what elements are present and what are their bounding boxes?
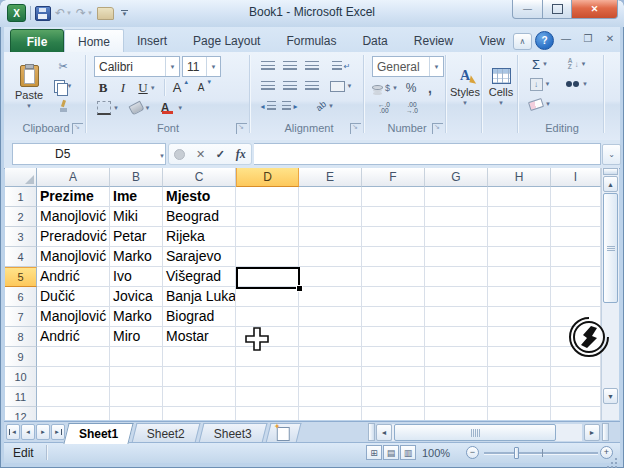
cell-C6[interactable]: Banja Luka: [163, 287, 236, 307]
cell-H9[interactable]: [488, 347, 551, 367]
cell-F10[interactable]: [362, 367, 425, 387]
cell-I11[interactable]: [551, 387, 601, 407]
cell-F4[interactable]: [362, 247, 425, 267]
row-header-4[interactable]: 4: [5, 247, 37, 267]
scroll-left-button[interactable]: ◄: [376, 424, 392, 441]
column-header-A[interactable]: A: [37, 168, 110, 187]
cell-A2[interactable]: Manojlović: [37, 207, 110, 227]
italic-button[interactable]: I: [114, 79, 132, 96]
cell-F12[interactable]: [362, 407, 425, 420]
cell-B1[interactable]: Ime: [110, 187, 163, 207]
resize-grip[interactable]: [615, 458, 617, 460]
cut-button[interactable]: ✂: [50, 58, 76, 74]
tab-home[interactable]: Home: [64, 29, 124, 53]
cell-G6[interactable]: [425, 287, 488, 307]
page-break-view-button[interactable]: ▥: [400, 445, 416, 460]
cell-D10[interactable]: [236, 367, 299, 387]
cell-B11[interactable]: [110, 387, 163, 407]
increase-indent-button[interactable]: ▸: [280, 98, 300, 114]
maximize-button[interactable]: [543, 0, 571, 19]
cell-H7[interactable]: [488, 307, 551, 327]
row-header-6[interactable]: 6: [5, 287, 37, 307]
cell-D11[interactable]: [236, 387, 299, 407]
cell-F9[interactable]: [362, 347, 425, 367]
cell-G12[interactable]: [425, 407, 488, 420]
horizontal-scroll-thumb[interactable]: [394, 424, 556, 441]
cell-H2[interactable]: [488, 207, 551, 227]
font-size-select[interactable]: 11 ▼: [182, 56, 221, 77]
cell-I6[interactable]: [551, 287, 601, 307]
tab-page-layout[interactable]: Page Layout: [180, 29, 273, 52]
cells-button[interactable]: Cells ▼: [486, 56, 516, 118]
cell-E12[interactable]: [299, 407, 362, 420]
cell-F11[interactable]: [362, 387, 425, 407]
last-sheet-button[interactable]: ►: [51, 424, 65, 440]
expand-formula-bar-button[interactable]: ⌄: [602, 144, 621, 165]
name-box-dropdown-icon[interactable]: ▼: [159, 147, 165, 161]
cell-E10[interactable]: [299, 367, 362, 387]
cell-C4[interactable]: Sarajevo: [163, 247, 236, 267]
cell-B12[interactable]: [110, 407, 163, 420]
zoom-slider-track[interactable]: [484, 452, 598, 455]
cell-E9[interactable]: [299, 347, 362, 367]
scroll-right-button[interactable]: ►: [584, 424, 600, 441]
font-dialog-launcher[interactable]: [236, 123, 247, 134]
tab-scroll-split-handle[interactable]: [368, 423, 375, 441]
cell-A8[interactable]: Andrić: [37, 327, 110, 347]
cell-H5[interactable]: [488, 267, 551, 287]
cell-G4[interactable]: [425, 247, 488, 267]
bottom-align-button[interactable]: [302, 58, 322, 74]
wrap-text-button[interactable]: ↵: [328, 58, 354, 74]
cell-H12[interactable]: [488, 407, 551, 420]
cell-F5[interactable]: [362, 267, 425, 287]
column-header-E[interactable]: E: [299, 168, 362, 187]
paste-dropdown-icon[interactable]: ▼: [26, 103, 32, 109]
row-header-9[interactable]: 9: [5, 347, 37, 367]
grow-font-button[interactable]: A▲: [170, 79, 192, 96]
select-all-corner[interactable]: [5, 168, 37, 187]
number-format-select[interactable]: General ▼: [372, 56, 444, 77]
row-header-3[interactable]: 3: [5, 227, 37, 247]
cell-A5[interactable]: Andrić: [37, 267, 110, 287]
fill-color-button[interactable]: ▼: [126, 99, 154, 116]
cell-C1[interactable]: Mjesto: [163, 187, 236, 207]
cell-H3[interactable]: [488, 227, 551, 247]
sheet-tab-sheet3[interactable]: Sheet3: [199, 423, 268, 443]
cell-I2[interactable]: [551, 207, 601, 227]
cell-G2[interactable]: [425, 207, 488, 227]
workbook-close-button[interactable]: ✕: [602, 33, 618, 44]
cell-D1[interactable]: [236, 187, 299, 207]
column-header-B[interactable]: B: [110, 168, 163, 187]
cell-E7[interactable]: [299, 307, 362, 327]
cell-A9[interactable]: [37, 347, 110, 367]
cell-E1[interactable]: [299, 187, 362, 207]
cell-F6[interactable]: [362, 287, 425, 307]
cell-E3[interactable]: [299, 227, 362, 247]
cell-I1[interactable]: [551, 187, 601, 207]
cell-B10[interactable]: [110, 367, 163, 387]
cell-A1[interactable]: Prezime: [37, 187, 110, 207]
align-left-button[interactable]: [258, 78, 278, 94]
zoom-in-button[interactable]: +: [600, 446, 613, 459]
cell-G7[interactable]: [425, 307, 488, 327]
merge-center-button[interactable]: ▼: [328, 78, 354, 94]
cell-F7[interactable]: [362, 307, 425, 327]
cell-G5[interactable]: [425, 267, 488, 287]
sheet-tab-sheet2[interactable]: Sheet2: [132, 423, 201, 443]
zoom-level[interactable]: 100%: [422, 447, 450, 459]
decrease-indent-button[interactable]: ◂: [258, 98, 278, 114]
cell-F1[interactable]: [362, 187, 425, 207]
workbook-minimize-button[interactable]: —: [558, 33, 574, 44]
cell-F3[interactable]: [362, 227, 425, 247]
cell-E4[interactable]: [299, 247, 362, 267]
row-header-11[interactable]: 11: [5, 387, 37, 407]
number-dialog-launcher[interactable]: [432, 123, 443, 134]
insert-worksheet-tab[interactable]: [266, 423, 302, 443]
previous-sheet-button[interactable]: ◄: [21, 424, 35, 440]
cell-H6[interactable]: [488, 287, 551, 307]
cell-A7[interactable]: Manojlović: [37, 307, 110, 327]
borders-button[interactable]: ▼: [94, 99, 122, 116]
tab-formulas[interactable]: Formulas: [273, 29, 349, 52]
alignment-dialog-launcher[interactable]: [350, 123, 361, 134]
cell-D2[interactable]: [236, 207, 299, 227]
